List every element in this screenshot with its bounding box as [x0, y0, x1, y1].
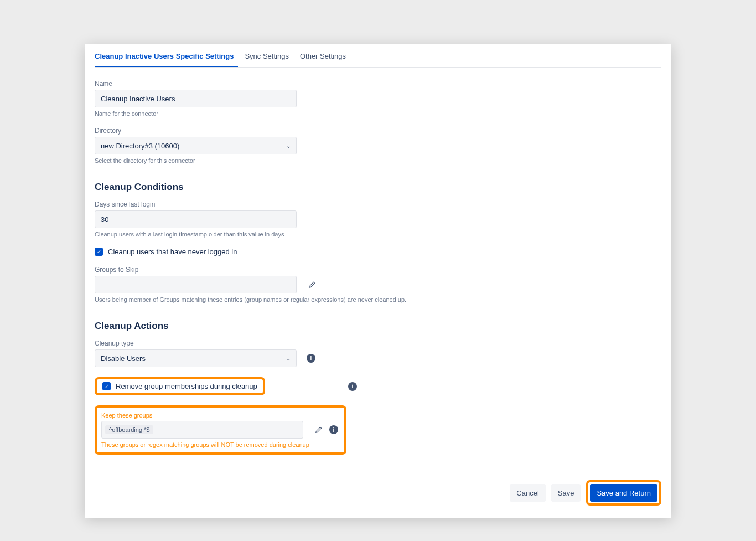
- footer-actions: Cancel Save Save and Return: [95, 480, 661, 506]
- days-input[interactable]: 30: [95, 210, 297, 228]
- remove-group-checkbox[interactable]: ✓: [102, 382, 111, 390]
- groups-skip-label: Groups to Skip: [95, 266, 661, 274]
- save-return-highlight: Save and Return: [586, 480, 661, 506]
- keep-groups-chip[interactable]: ^offboarding.*$: [105, 425, 153, 434]
- chevron-down-icon: ⌄: [286, 143, 291, 149]
- edit-keep-groups-button[interactable]: [312, 423, 326, 437]
- cleanup-type-label: Cleanup type: [95, 339, 661, 347]
- remove-group-info-icon[interactable]: i: [348, 382, 357, 391]
- directory-helper: Select the directory for this connector: [95, 157, 661, 164]
- cleanup-type-info-icon[interactable]: i: [307, 354, 315, 363]
- keep-groups-helper: These groups or regex matching groups wi…: [101, 441, 340, 448]
- name-helper: Name for the connector: [95, 110, 661, 117]
- directory-select[interactable]: new Directory#3 (10600) ⌄: [95, 137, 297, 154]
- days-label: Days since last login: [95, 200, 661, 208]
- keep-groups-input[interactable]: ^offboarding.*$: [101, 421, 303, 439]
- cleanup-type-select[interactable]: Disable Users ⌄: [95, 349, 297, 367]
- name-field: Name Cleanup Inactive Users Name for the…: [95, 80, 661, 117]
- tab-sync-settings[interactable]: Sync Settings: [245, 48, 293, 67]
- groups-skip-field: Groups to Skip Users being member of Gro…: [95, 266, 661, 303]
- keep-groups-highlight: Keep these groups ^offboarding.*$ i Thes…: [95, 405, 346, 455]
- groups-skip-helper: Users being member of Groups matching th…: [95, 296, 661, 303]
- keep-groups-label: Keep these groups: [101, 412, 340, 419]
- groups-skip-input[interactable]: [95, 276, 297, 293]
- tab-bar: Cleanup Inactive Users Specific Settings…: [95, 44, 661, 68]
- remove-group-row[interactable]: ✓ Remove group memberships during cleanu…: [101, 381, 258, 391]
- tab-cleanup-specific[interactable]: Cleanup Inactive Users Specific Settings: [95, 48, 238, 67]
- remove-group-highlight: ✓ Remove group memberships during cleanu…: [95, 377, 265, 395]
- cleanup-type-value: Disable Users: [101, 354, 146, 363]
- never-logged-in-row[interactable]: ✓ Cleanup users that have never logged i…: [95, 248, 661, 256]
- save-and-return-button[interactable]: Save and Return: [590, 484, 657, 502]
- days-field: Days since last login 30 Cleanup users w…: [95, 200, 661, 238]
- directory-field: Directory new Directory#3 (10600) ⌄ Sele…: [95, 127, 661, 164]
- days-value: 30: [101, 215, 108, 224]
- cancel-button[interactable]: Cancel: [510, 484, 545, 502]
- cleanup-type-field: Cleanup type Disable Users ⌄ i: [95, 339, 661, 367]
- days-helper: Cleanup users with a last login timestam…: [95, 231, 661, 238]
- never-logged-in-label: Cleanup users that have never logged in: [108, 248, 237, 256]
- cleanup-conditions-title: Cleanup Conditions: [95, 182, 661, 193]
- never-logged-in-checkbox[interactable]: ✓: [95, 248, 103, 256]
- name-input[interactable]: Cleanup Inactive Users: [95, 90, 297, 107]
- remove-group-label: Remove group memberships during cleanup: [116, 382, 257, 390]
- directory-label: Directory: [95, 127, 661, 135]
- name-value: Cleanup Inactive Users: [101, 95, 175, 103]
- keep-groups-info-icon[interactable]: i: [329, 425, 338, 434]
- cleanup-actions-title: Cleanup Actions: [95, 321, 661, 332]
- pencil-icon: [308, 280, 317, 289]
- name-label: Name: [95, 80, 661, 87]
- chevron-down-icon: ⌄: [286, 355, 291, 362]
- directory-value: new Directory#3 (10600): [101, 142, 179, 150]
- pencil-icon: [314, 425, 323, 434]
- settings-panel: Cleanup Inactive Users Specific Settings…: [85, 44, 671, 518]
- edit-groups-skip-button[interactable]: [305, 277, 319, 292]
- tab-other-settings[interactable]: Other Settings: [300, 48, 350, 67]
- save-button[interactable]: Save: [551, 484, 581, 502]
